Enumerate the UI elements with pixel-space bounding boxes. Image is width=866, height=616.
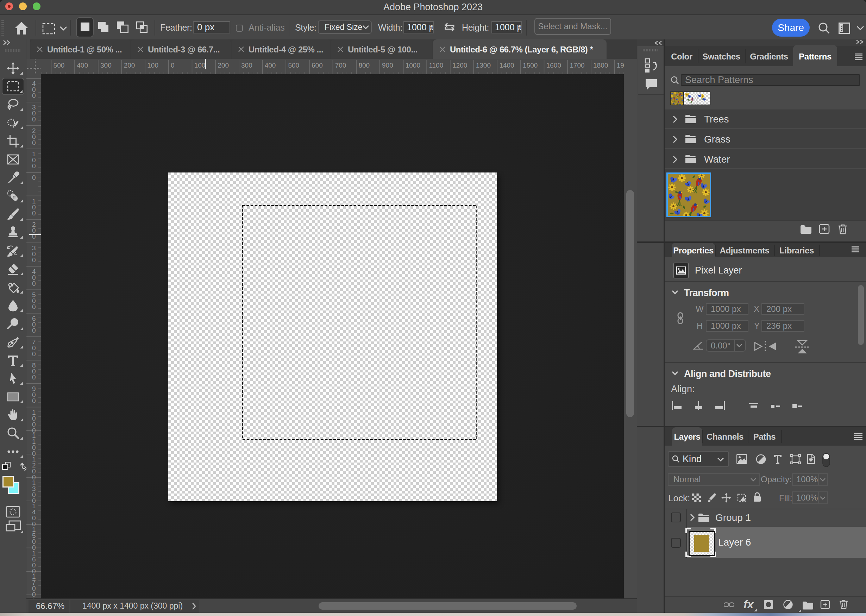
svg-text:0: 0 — [32, 280, 36, 287]
svg-text:500: 500 — [288, 61, 299, 69]
svg-text:100: 100 — [147, 61, 159, 69]
svg-text:800: 800 — [358, 61, 369, 69]
svg-text:700: 700 — [335, 61, 346, 69]
svg-text:1600: 1600 — [546, 61, 561, 69]
svg-text:0: 0 — [32, 92, 36, 99]
svg-text:300: 300 — [100, 61, 112, 69]
svg-text:0: 0 — [32, 174, 36, 181]
svg-text:1700: 1700 — [570, 61, 585, 69]
svg-text:0: 0 — [32, 115, 36, 123]
svg-text:900: 900 — [382, 61, 393, 69]
svg-text:0: 0 — [32, 303, 36, 310]
svg-text:0: 0 — [32, 374, 36, 381]
svg-text:1300: 1300 — [476, 61, 491, 69]
svg-text:1000: 1000 — [405, 61, 420, 69]
svg-text:600: 600 — [311, 61, 323, 69]
svg-text:0: 0 — [32, 139, 36, 146]
svg-text:1100: 1100 — [429, 61, 443, 69]
svg-text:1200: 1200 — [453, 61, 467, 69]
svg-text:500: 500 — [53, 61, 65, 69]
svg-text:1500: 1500 — [523, 61, 538, 69]
svg-text:0: 0 — [171, 61, 174, 69]
svg-text:0: 0 — [32, 233, 36, 240]
svg-text:0: 0 — [32, 209, 36, 217]
svg-text:1900: 1900 — [617, 61, 624, 69]
svg-text:200: 200 — [218, 61, 229, 69]
svg-text:0: 0 — [32, 397, 36, 404]
svg-text:400: 400 — [265, 61, 276, 69]
svg-text:1400: 1400 — [499, 61, 514, 69]
svg-text:1800: 1800 — [593, 61, 608, 69]
svg-text:200: 200 — [124, 61, 135, 69]
svg-text:400: 400 — [77, 61, 88, 69]
svg-text:0: 0 — [32, 256, 36, 264]
svg-text:0: 0 — [32, 162, 36, 170]
svg-text:0: 0 — [32, 350, 36, 358]
svg-text:100: 100 — [194, 61, 206, 69]
svg-text:300: 300 — [241, 61, 252, 69]
svg-text:0: 0 — [32, 327, 36, 334]
